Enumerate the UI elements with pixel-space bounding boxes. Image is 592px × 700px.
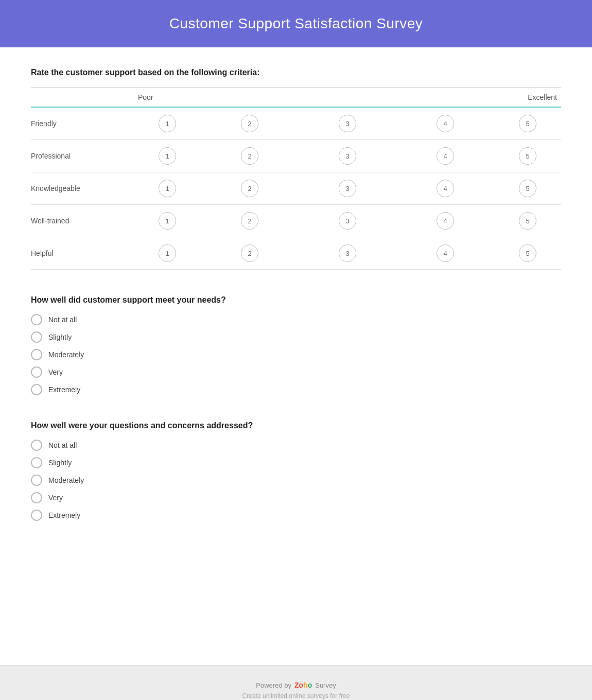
question2-section: How well were your questions and concern… [31,421,561,521]
list-item[interactable]: Very [31,366,561,378]
col-poor: Poor [134,88,201,108]
rating-radio-4[interactable]: 4 [437,244,454,262]
rating-radio-1[interactable]: 1 [159,244,176,262]
col-excellent: Excellent [494,88,561,108]
rating-radio-1[interactable]: 1 [159,180,176,197]
question2-options: Not at allSlightlyModeratelyVeryExtremel… [31,440,561,521]
radio-cell[interactable]: 4 [396,237,494,270]
zoho-h: h [303,681,308,689]
list-item[interactable]: Slightly [31,457,561,468]
table-row: Well-trained12345 [31,205,561,237]
rating-radio-4[interactable]: 4 [437,147,454,165]
rating-radio-5[interactable]: 5 [519,115,536,132]
footer-powered-by: Powered by Zoho Survey [10,681,582,689]
radio-button[interactable] [31,492,42,503]
radio-cell[interactable]: 4 [396,205,494,237]
radio-label: Slightly [48,459,72,467]
rating-radio-5[interactable]: 5 [519,180,536,197]
rating-radio-5[interactable]: 5 [519,212,536,230]
radio-cell[interactable]: 1 [134,237,201,270]
rating-radio-2[interactable]: 2 [241,115,258,132]
rating-radio-2[interactable]: 2 [241,212,258,230]
radio-button[interactable] [31,331,42,343]
rating-section: Rate the customer support based on the f… [31,68,561,270]
rating-radio-3[interactable]: 3 [339,180,356,197]
list-item[interactable]: Extremely [31,384,561,395]
col-2 [201,88,299,108]
col-4 [396,88,494,108]
rating-radio-4[interactable]: 4 [437,180,454,197]
rating-section-label: Rate the customer support based on the f… [31,68,561,77]
radio-cell[interactable]: 3 [299,107,396,140]
rating-radio-3[interactable]: 3 [339,147,356,165]
radio-cell[interactable]: 4 [396,107,494,140]
radio-cell[interactable]: 2 [201,205,299,237]
radio-cell[interactable]: 3 [299,237,396,270]
footer-tagline: Create unlimited online surveys for free [10,692,582,699]
radio-cell[interactable]: 5 [494,172,561,205]
rating-radio-1[interactable]: 1 [159,147,176,165]
question1-options: Not at allSlightlyModeratelyVeryExtremel… [31,314,561,395]
main-content: Rate the customer support based on the f… [0,47,592,665]
rating-radio-2[interactable]: 2 [241,180,258,197]
table-row: Knowledgeable12345 [31,172,561,205]
radio-cell[interactable]: 1 [134,107,201,140]
rating-radio-5[interactable]: 5 [519,147,536,165]
table-row: Friendly12345 [31,107,561,140]
list-item[interactable]: Not at all [31,314,561,325]
rating-table-header: Poor Excellent [31,88,561,108]
rating-radio-3[interactable]: 3 [339,244,356,262]
radio-button[interactable] [31,384,42,395]
radio-cell[interactable]: 5 [494,107,561,140]
rating-radio-4[interactable]: 4 [437,212,454,230]
radio-label: Extremely [48,511,80,519]
list-item[interactable]: Slightly [31,331,561,343]
radio-cell[interactable]: 2 [201,237,299,270]
rating-radio-5[interactable]: 5 [519,244,536,262]
radio-cell[interactable]: 3 [299,172,396,205]
row-label: Helpful [31,237,134,270]
radio-cell[interactable]: 5 [494,140,561,172]
radio-cell[interactable]: 1 [134,140,201,172]
radio-cell[interactable]: 3 [299,140,396,172]
radio-button[interactable] [31,457,42,468]
radio-button[interactable] [31,314,42,325]
rating-radio-3[interactable]: 3 [339,115,356,132]
radio-cell[interactable]: 1 [134,172,201,205]
list-item[interactable]: Not at all [31,440,561,451]
list-item[interactable]: Extremely [31,510,561,521]
list-item[interactable]: Moderately [31,475,561,486]
rating-radio-1[interactable]: 1 [159,115,176,132]
survey-header: Customer Support Satisfaction Survey [0,0,592,47]
list-item[interactable]: Very [31,492,561,503]
radio-button[interactable] [31,440,42,451]
table-row: Helpful12345 [31,237,561,270]
radio-button[interactable] [31,349,42,360]
zoho-o2: o [308,681,312,689]
radio-cell[interactable]: 2 [201,107,299,140]
rating-radio-4[interactable]: 4 [437,115,454,132]
row-label: Well-trained [31,205,134,237]
radio-label: Very [48,368,63,376]
radio-cell[interactable]: 4 [396,172,494,205]
radio-button[interactable] [31,510,42,521]
rating-table: Poor Excellent Friendly12345Professional… [31,87,561,270]
rating-radio-2[interactable]: 2 [241,147,258,165]
rating-radio-2[interactable]: 2 [241,244,258,262]
radio-button[interactable] [31,366,42,378]
radio-cell[interactable]: 5 [494,237,561,270]
radio-cell[interactable]: 3 [299,205,396,237]
row-label: Professional [31,140,134,172]
radio-label: Slightly [48,333,72,341]
radio-cell[interactable]: 5 [494,205,561,237]
radio-cell[interactable]: 1 [134,205,201,237]
list-item[interactable]: Moderately [31,349,561,360]
rating-radio-3[interactable]: 3 [339,212,356,230]
radio-cell[interactable]: 4 [396,140,494,172]
radio-cell[interactable]: 2 [201,172,299,205]
radio-button[interactable] [31,475,42,486]
row-label: Friendly [31,107,134,140]
rating-radio-1[interactable]: 1 [159,212,176,230]
col-criteria [31,88,134,108]
radio-cell[interactable]: 2 [201,140,299,172]
